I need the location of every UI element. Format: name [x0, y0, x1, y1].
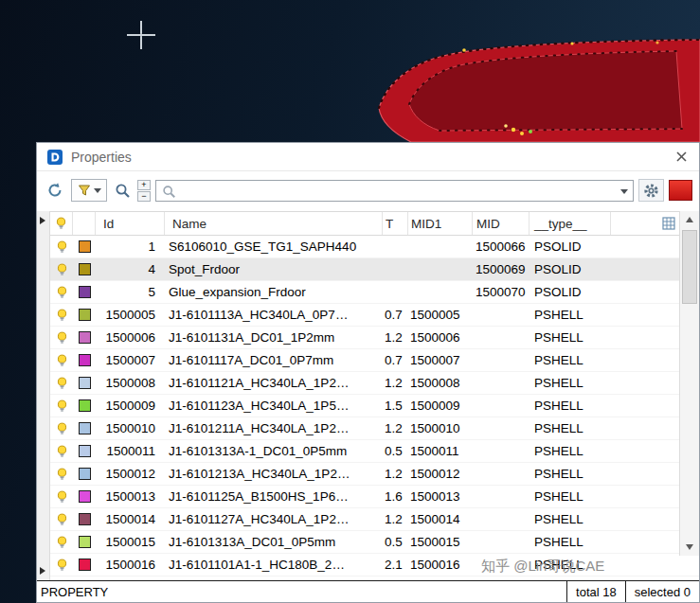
- dropdown-caret-icon: [94, 188, 101, 193]
- zoom-out-button[interactable]: −: [137, 191, 151, 202]
- table-row[interactable]: 4 Spot_Frdoor 1500069 PSOLID: [50, 258, 699, 281]
- header-visibility[interactable]: [50, 212, 73, 235]
- cell-mid: [473, 486, 529, 507]
- color-swatch[interactable]: [79, 422, 91, 435]
- visibility-cell[interactable]: [50, 486, 73, 507]
- swatch-cell: [73, 463, 96, 485]
- color-swatch[interactable]: [79, 468, 91, 480]
- table-row[interactable]: 1 S6106010_GSE_TG1_SAPH440 1500066 PSOLI…: [50, 236, 699, 258]
- bulb-icon: [56, 513, 68, 526]
- cell-type: PSOLID: [529, 236, 611, 257]
- visibility-cell[interactable]: [50, 395, 73, 417]
- color-swatch[interactable]: [79, 354, 91, 366]
- vertical-scrollbar[interactable]: [679, 211, 699, 556]
- table-row[interactable]: 1500013 J1-6101125A_B1500HS_1P6… 1.6 150…: [50, 486, 699, 508]
- cell-name: J1-6101113A_HC340LA_0P7…: [165, 304, 383, 326]
- color-swatch[interactable]: [79, 490, 91, 503]
- color-swatch[interactable]: [79, 559, 91, 571]
- cell-name: J1-6101121A_HC340LA_1P2…: [165, 372, 383, 394]
- close-button[interactable]: [673, 149, 690, 166]
- table-row[interactable]: 5 Glue_expansion_Frdoor 1500070 PSOLID: [50, 281, 699, 304]
- cell-mid: [473, 395, 529, 417]
- window-titlebar[interactable]: Properties: [37, 143, 699, 171]
- visibility-cell[interactable]: [50, 281, 73, 303]
- grid-icon[interactable]: [662, 217, 675, 230]
- color-swatch[interactable]: [79, 331, 91, 344]
- visibility-cell[interactable]: [50, 258, 73, 280]
- swatch-cell: [73, 258, 96, 280]
- color-swatch[interactable]: [79, 263, 91, 275]
- swatch-cell: [73, 236, 96, 257]
- cell-mid1: 1500012: [408, 463, 473, 485]
- header-id[interactable]: Id: [96, 212, 165, 235]
- scroll-up-button[interactable]: [680, 211, 699, 228]
- app-logo-icon: [46, 149, 63, 166]
- row-header-strip[interactable]: [37, 211, 50, 580]
- red-swatch-button[interactable]: [669, 180, 692, 201]
- strip-arrow-top-icon[interactable]: [40, 217, 45, 224]
- color-swatch[interactable]: [79, 399, 91, 412]
- visibility-cell[interactable]: [50, 554, 73, 576]
- cell-t: 0.5: [383, 531, 408, 553]
- visibility-cell[interactable]: [50, 327, 73, 348]
- visibility-cell[interactable]: [50, 440, 73, 462]
- color-swatch[interactable]: [79, 513, 91, 525]
- cell-name: J1-6101117A_DC01_0P7mm: [165, 349, 383, 371]
- color-swatch[interactable]: [79, 240, 91, 253]
- zoom-tool-button[interactable]: [112, 179, 133, 202]
- search-input[interactable]: [156, 181, 633, 201]
- settings-button[interactable]: [638, 179, 664, 202]
- refresh-button[interactable]: [44, 179, 66, 202]
- cell-id: 1500015: [96, 531, 165, 553]
- cell-type: PSHELL: [529, 304, 611, 326]
- table-row[interactable]: 1500008 J1-6101121A_HC340LA_1P2… 1.2 150…: [50, 372, 699, 395]
- color-swatch[interactable]: [79, 536, 91, 548]
- cell-id: 1500014: [96, 508, 165, 530]
- swatch-cell: [73, 486, 96, 507]
- cell-mid: 1500070: [473, 281, 529, 303]
- visibility-cell[interactable]: [50, 417, 73, 439]
- table-row[interactable]: 1500015 J1-6101313A_DC01_0P5mm 0.5 15000…: [50, 531, 699, 554]
- table-row[interactable]: 1500006 J1-6101131A_DC01_1P2mm 1.2 15000…: [50, 327, 699, 349]
- header-name[interactable]: Name: [165, 212, 383, 235]
- color-swatch[interactable]: [79, 445, 91, 457]
- visibility-cell[interactable]: [50, 349, 73, 371]
- visibility-cell[interactable]: [50, 372, 73, 394]
- swatch-cell: [73, 395, 96, 417]
- table-row[interactable]: 1500012 J1-6101213A_HC340LA_1P2… 1.2 150…: [50, 463, 699, 486]
- visibility-cell[interactable]: [50, 304, 73, 326]
- cell-type: PSHELL: [529, 417, 611, 439]
- cell-id: 1500009: [96, 395, 165, 417]
- swatch-cell: [73, 440, 96, 462]
- table-row[interactable]: 1500007 J1-6101117A_DC01_0P7mm 0.7 15000…: [50, 349, 699, 372]
- visibility-cell[interactable]: [50, 508, 73, 530]
- cell-type: PSHELL: [529, 372, 611, 394]
- cell-name: J1-6101127A_HC340LA_1P2…: [165, 508, 383, 530]
- search-dropdown-caret-icon[interactable]: [620, 189, 628, 194]
- color-swatch[interactable]: [79, 309, 91, 321]
- filter-dropdown[interactable]: [71, 179, 107, 202]
- header-mid1[interactable]: MID1: [408, 212, 473, 235]
- table-body: 1 S6106010_GSE_TG1_SAPH440 1500066 PSOLI…: [50, 236, 699, 576]
- color-swatch[interactable]: [79, 377, 91, 389]
- status-total: total 18: [566, 581, 625, 602]
- visibility-cell[interactable]: [50, 531, 73, 553]
- zoom-in-button[interactable]: +: [137, 180, 151, 190]
- table-row[interactable]: 1500014 J1-6101127A_HC340LA_1P2… 1.2 150…: [50, 508, 699, 531]
- header-color[interactable]: [73, 212, 96, 235]
- visibility-cell[interactable]: [50, 463, 73, 485]
- header-type[interactable]: __type__: [529, 212, 611, 235]
- scrollbar-thumb[interactable]: [682, 230, 697, 304]
- table-row[interactable]: 1500010 J1-6101211A_HC340LA_1P2… 1.2 150…: [50, 417, 699, 440]
- scroll-down-button[interactable]: [680, 539, 699, 556]
- table-row[interactable]: 1500011 J1-6101313A-1_DC01_0P5mm 0.5 150…: [50, 440, 699, 463]
- car-door-model[interactable]: [373, 34, 700, 142]
- color-swatch[interactable]: [79, 286, 91, 298]
- visibility-cell[interactable]: [50, 236, 73, 257]
- cell-t: 0.5: [383, 440, 408, 462]
- strip-arrow-bottom-icon[interactable]: [40, 567, 45, 575]
- header-t[interactable]: T: [383, 212, 408, 235]
- header-mid[interactable]: MID: [473, 212, 529, 235]
- table-row[interactable]: 1500005 J1-6101113A_HC340LA_0P7… 0.7 150…: [50, 304, 699, 327]
- table-row[interactable]: 1500009 J1-6101123A_HC340LA_1P5… 1.5 150…: [50, 395, 699, 417]
